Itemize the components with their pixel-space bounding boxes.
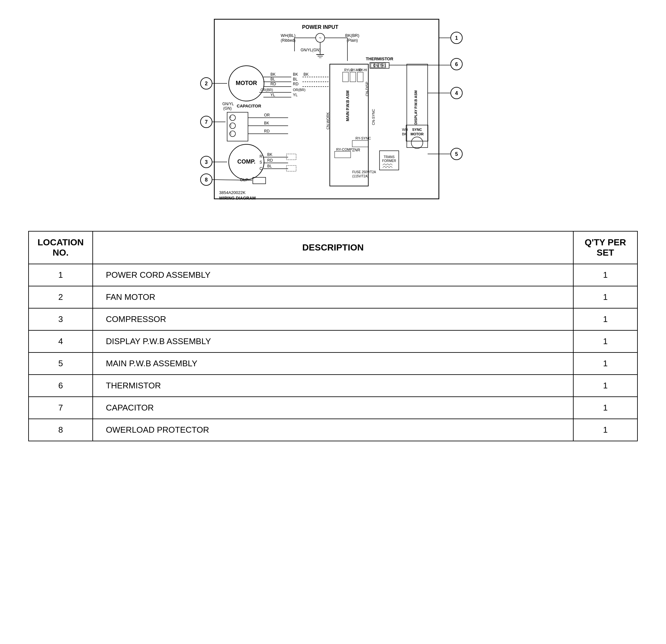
svg-text:THERMISTOR: THERMISTOR: [366, 56, 393, 61]
svg-text:CN-DISP: CN-DISP: [365, 82, 369, 96]
svg-text:(Plain): (Plain): [347, 38, 358, 43]
svg-text:C: C: [230, 132, 232, 135]
svg-text:7: 7: [205, 119, 208, 125]
row-qty: 1: [573, 308, 637, 330]
svg-text:BK: BK: [303, 72, 309, 77]
svg-text:FORMER: FORMER: [382, 159, 396, 163]
svg-text:RD: RD: [267, 158, 273, 163]
svg-text:RY-SYNC: RY-SYNC: [355, 136, 371, 140]
svg-rect-73: [286, 165, 296, 171]
svg-text:WIRING DIAGRAM: WIRING DIAGRAM: [219, 196, 256, 200]
row-location-no: 3: [29, 308, 93, 330]
svg-text:WH(BL): WH(BL): [281, 33, 296, 38]
row-description: POWER CORD ASSEMBLY: [93, 264, 573, 286]
svg-text:(Ribbed): (Ribbed): [281, 38, 296, 43]
svg-text:~: ~: [319, 35, 321, 40]
svg-text:2: 2: [205, 81, 208, 86]
svg-text:3: 3: [205, 159, 208, 165]
svg-text:4: 4: [455, 90, 458, 96]
header-location: LOCATION NO.: [29, 231, 93, 264]
svg-text:CN-SYNC: CN-SYNC: [371, 109, 375, 125]
svg-rect-83: [350, 72, 356, 82]
svg-text:RY-COMP: RY-COMP: [336, 147, 353, 151]
svg-text:MOTOR: MOTOR: [410, 132, 424, 136]
svg-text:BK: BK: [264, 121, 269, 125]
row-description: CAPACITOR: [93, 397, 573, 419]
row-location-no: 7: [29, 397, 93, 419]
row-description: COMPRESSOR: [93, 308, 573, 330]
svg-text:FUSE 250V/T2A: FUSE 250V/T2A: [352, 170, 376, 174]
row-qty: 1: [573, 286, 637, 308]
row-location-no: 6: [29, 375, 93, 397]
row-location-no: 1: [29, 264, 93, 286]
svg-text:OR(BR): OR(BR): [261, 88, 273, 92]
svg-rect-76: [330, 64, 368, 186]
svg-text:R: R: [260, 154, 262, 159]
svg-text:COMP.: COMP.: [238, 158, 256, 165]
svg-rect-0: [214, 19, 439, 199]
row-qty: 1: [573, 397, 637, 419]
row-qty: 1: [573, 353, 637, 375]
wiring-diagram: POWER INPUT WH(BL) (Ribbed) BK(BR) (Plai…: [173, 13, 493, 212]
svg-text:F: F: [230, 116, 232, 119]
table-row: 3COMPRESSOR1: [29, 308, 637, 330]
svg-rect-84: [357, 72, 363, 82]
svg-text:YL: YL: [293, 93, 298, 97]
svg-text:CN-WORK: CN-WORK: [326, 112, 330, 129]
header-qty: Q'TY PER SET: [573, 231, 637, 264]
row-qty: 1: [573, 264, 637, 286]
svg-text:SYNC: SYNC: [412, 128, 422, 131]
svg-text:GN/YL: GN/YL: [222, 102, 234, 106]
svg-text:BK: BK: [270, 72, 276, 77]
svg-text:OLP: OLP: [240, 177, 248, 182]
svg-text:DISPLAY P.W.B ASM: DISPLAY P.W.B ASM: [414, 90, 418, 124]
svg-text:WH: WH: [402, 128, 408, 131]
svg-text:BK: BK: [293, 72, 298, 77]
row-location-no: 8: [29, 419, 93, 441]
svg-text:C: C: [260, 166, 262, 171]
svg-text:BL: BL: [293, 77, 298, 82]
svg-text:(115V/T2A): (115V/T2A): [352, 175, 369, 178]
svg-text:YL: YL: [270, 93, 275, 97]
parts-table-section: LOCATION NO. DESCRIPTION Q'TY PER SET 1P…: [13, 231, 653, 441]
row-description: DISPLAY P.W.B ASSEMBLY: [93, 330, 573, 353]
svg-text:OR(BR): OR(BR): [293, 88, 305, 92]
svg-text:GN/YL(GN): GN/YL(GN): [301, 48, 320, 52]
svg-text:1: 1: [455, 35, 458, 41]
svg-text:(GN): (GN): [223, 106, 232, 111]
svg-rect-68: [286, 154, 296, 160]
row-qty: 1: [573, 330, 637, 353]
table-row: 5MAIN P.W.B ASSEMBLY1: [29, 353, 637, 375]
svg-text:BL: BL: [267, 164, 272, 168]
svg-text:TRANS: TRANS: [384, 155, 395, 159]
row-description: OWERLOAD PROTECTOR: [93, 419, 573, 441]
svg-text:MOTOR: MOTOR: [236, 80, 257, 86]
svg-text:OR: OR: [264, 113, 270, 118]
diagram-section: POWER INPUT WH(BL) (Ribbed) BK(BR) (Plai…: [13, 13, 653, 212]
svg-text:RY-HI: RY-HI: [359, 68, 367, 72]
table-row: 2FAN MOTOR1: [29, 286, 637, 308]
row-qty: 1: [573, 375, 637, 397]
svg-rect-82: [343, 72, 348, 82]
row-description: THERMISTOR: [93, 375, 573, 397]
row-description: FAN MOTOR: [93, 286, 573, 308]
row-location-no: 4: [29, 330, 93, 353]
svg-text:6: 6: [455, 61, 458, 67]
svg-text:8: 8: [205, 177, 208, 182]
svg-text:3854A20022K: 3854A20022K: [219, 190, 246, 195]
svg-point-104: [411, 137, 423, 148]
svg-text:BL: BL: [270, 77, 275, 82]
row-location-no: 5: [29, 353, 93, 375]
svg-rect-75: [253, 177, 266, 184]
table-row: 7CAPACITOR1: [29, 397, 637, 419]
svg-text:ZNR: ZNR: [352, 148, 360, 153]
svg-text:S: S: [260, 160, 262, 164]
row-qty: 1: [573, 419, 637, 441]
svg-text:BK: BK: [402, 132, 407, 136]
table-row: 6THERMISTOR1: [29, 375, 637, 397]
parts-table: LOCATION NO. DESCRIPTION Q'TY PER SET 1P…: [28, 231, 638, 441]
row-description: MAIN P.W.B ASSEMBLY: [93, 353, 573, 375]
svg-text:POWER INPUT: POWER INPUT: [302, 24, 338, 30]
svg-text:BK: BK: [267, 153, 273, 157]
svg-text:C: C: [230, 124, 232, 127]
